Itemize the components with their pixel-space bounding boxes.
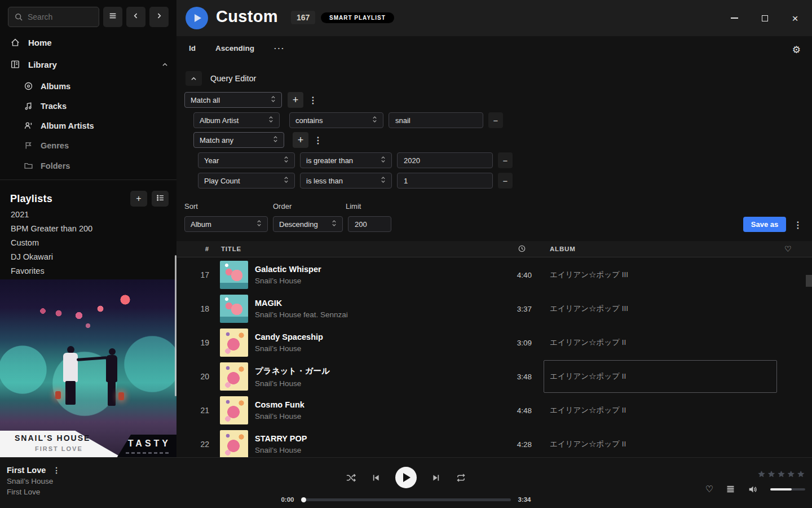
match-type-select-2[interactable]: Match any xyxy=(193,132,284,148)
sidebar-item-tracks[interactable]: Tracks xyxy=(24,101,67,111)
rule1-value-input[interactable] xyxy=(389,112,483,128)
column-header-title[interactable]: TITLE xyxy=(221,246,241,252)
rule3-field-select[interactable]: Play Count xyxy=(198,173,295,189)
star-glyph: ★ xyxy=(797,469,805,479)
rule3-value-input[interactable] xyxy=(397,173,493,189)
hamburger-icon xyxy=(108,11,117,23)
table-row[interactable]: 20 プラネット・ガールSnail’s House 3:48 エイリアン☆ポップ… xyxy=(176,360,812,393)
track-duration: 3:48 xyxy=(492,373,532,381)
window-close-button[interactable]: × xyxy=(786,9,804,27)
seek-thumb[interactable] xyxy=(301,497,306,502)
sidebar-item-library[interactable]: Library xyxy=(10,59,169,69)
query-editor-collapse-button[interactable] xyxy=(186,71,202,86)
duration-clock-icon[interactable] xyxy=(518,244,526,254)
select-arrows-icon xyxy=(268,115,273,125)
sidebar-item-albums[interactable]: Albums xyxy=(24,81,70,91)
play-playlist-button[interactable] xyxy=(186,7,208,29)
queue-button[interactable] xyxy=(726,484,735,494)
window-maximize-button[interactable] xyxy=(756,9,774,27)
plus-icon: + xyxy=(293,94,299,106)
rule2-value-input[interactable] xyxy=(397,152,493,168)
table-row[interactable]: 22 STARRY POPSnail’s House 4:28 エイリアン☆ポッ… xyxy=(176,427,812,457)
search-box[interactable] xyxy=(8,7,99,27)
group-options-kebab-2[interactable]: ⋮ xyxy=(314,135,321,146)
kebab-icon: ⋮ xyxy=(793,220,802,230)
window-minimize-button[interactable] xyxy=(725,9,743,27)
favorite-heart-icon[interactable]: ♡ xyxy=(784,244,792,253)
rule2-field-select[interactable]: Year xyxy=(198,152,295,168)
sidebar-item-home[interactable]: Home xyxy=(10,37,52,47)
now-playing-album[interactable]: First Love xyxy=(7,488,60,496)
column-header-index[interactable]: # xyxy=(176,246,209,252)
sort-order-control[interactable]: Ascending xyxy=(215,44,254,52)
star-glyph: ★ xyxy=(778,469,785,479)
add-rule-button-1[interactable]: + xyxy=(288,92,303,108)
select-arrows-icon xyxy=(284,155,289,165)
repeat-button[interactable] xyxy=(456,472,466,483)
table-row[interactable]: 17 Galactic WhisperSnail’s House 4:40 エイ… xyxy=(176,258,812,292)
track-number: 22 xyxy=(176,440,209,449)
favorite-button[interactable]: ♡ xyxy=(705,484,713,494)
table-row[interactable]: 19 Candy SpaceshipSnail’s House 3:09 エイリ… xyxy=(176,326,812,360)
shuffle-button[interactable] xyxy=(346,472,356,483)
volume-button[interactable] xyxy=(748,484,758,494)
star-icon[interactable]: ★ xyxy=(787,469,795,479)
playlist-header: Custom 167 SMART PLAYLIST × xyxy=(176,0,812,36)
star-icon[interactable]: ★ xyxy=(767,469,775,479)
next-track-button[interactable] xyxy=(431,473,441,483)
match-type-select-1[interactable]: Match all xyxy=(184,92,282,108)
sidebar-item-genres[interactable]: Genres xyxy=(24,141,69,150)
order-select[interactable]: Descending xyxy=(273,216,343,232)
settings-gear-icon[interactable]: ⚙ xyxy=(792,44,801,56)
table-row[interactable]: 21 Cosmo FunkSnail’s House 4:48 エイリアン☆ポッ… xyxy=(176,393,812,427)
play-pause-button[interactable] xyxy=(395,467,417,488)
star-icon[interactable]: ★ xyxy=(797,469,805,479)
collapse-chevron-icon[interactable] xyxy=(161,61,169,68)
minimize-icon xyxy=(731,17,738,19)
more-options-ellipsis[interactable]: ··· xyxy=(274,44,285,52)
search-input[interactable] xyxy=(28,12,90,21)
sort-select[interactable]: Album xyxy=(184,216,268,232)
rule2-remove-button[interactable]: − xyxy=(498,152,513,168)
table-row[interactable]: 18 MAGIKSnail’s House feat. Sennzai 3:37… xyxy=(176,292,812,326)
star-icon[interactable]: ★ xyxy=(778,469,785,479)
rule2-operator-select[interactable]: is greater than xyxy=(300,152,392,168)
column-header-album[interactable]: ALBUM xyxy=(550,246,576,252)
save-options-kebab[interactable]: ⋮ xyxy=(793,220,801,230)
playlist-item[interactable]: DJ Okawari xyxy=(11,252,53,261)
rule1-remove-button[interactable]: − xyxy=(488,112,503,128)
save-as-button[interactable]: Save as xyxy=(743,217,786,232)
seek-slider[interactable] xyxy=(302,498,511,501)
previous-track-button[interactable] xyxy=(371,473,381,483)
rule1-operator-select[interactable]: contains xyxy=(289,112,383,128)
sidebar-item-folders[interactable]: Folders xyxy=(24,161,70,170)
group-options-kebab-1[interactable]: ⋮ xyxy=(308,95,316,106)
select-value: Year xyxy=(204,156,219,165)
add-playlist-button[interactable]: + xyxy=(130,191,147,207)
playlist-list-button[interactable] xyxy=(152,191,169,207)
playlist-item[interactable]: Favorites xyxy=(11,266,45,275)
limit-input[interactable] xyxy=(348,216,391,232)
playlist-item[interactable]: Custom xyxy=(11,238,39,247)
sort-field-control[interactable]: Id xyxy=(189,44,196,52)
sidebar-item-label: Album Artists xyxy=(41,121,94,130)
select-value: is greater than xyxy=(306,156,353,165)
figure-silhouette xyxy=(65,381,76,405)
menu-button[interactable] xyxy=(103,7,122,27)
speaker-icon xyxy=(748,484,758,494)
add-rule-button-2[interactable]: + xyxy=(293,132,308,148)
nav-forward-button[interactable] xyxy=(149,7,169,27)
volume-slider[interactable] xyxy=(770,488,805,491)
heart-icon: ♡ xyxy=(705,484,713,494)
plus-icon: + xyxy=(298,134,304,146)
playlist-item[interactable]: BPM Greater than 200 xyxy=(11,224,92,233)
rule3-remove-button[interactable]: − xyxy=(498,173,513,189)
main-scrollbar-thumb[interactable] xyxy=(806,275,812,287)
select-arrows-icon xyxy=(332,219,337,229)
nav-back-button[interactable] xyxy=(126,7,145,27)
rule3-operator-select[interactable]: is less than xyxy=(300,173,392,189)
rule1-field-select[interactable]: Album Artist xyxy=(193,112,280,128)
star-icon[interactable]: ★ xyxy=(758,469,765,479)
playlist-item[interactable]: 2021 xyxy=(11,210,29,219)
sidebar-item-album-artists[interactable]: Album Artists xyxy=(24,121,94,130)
